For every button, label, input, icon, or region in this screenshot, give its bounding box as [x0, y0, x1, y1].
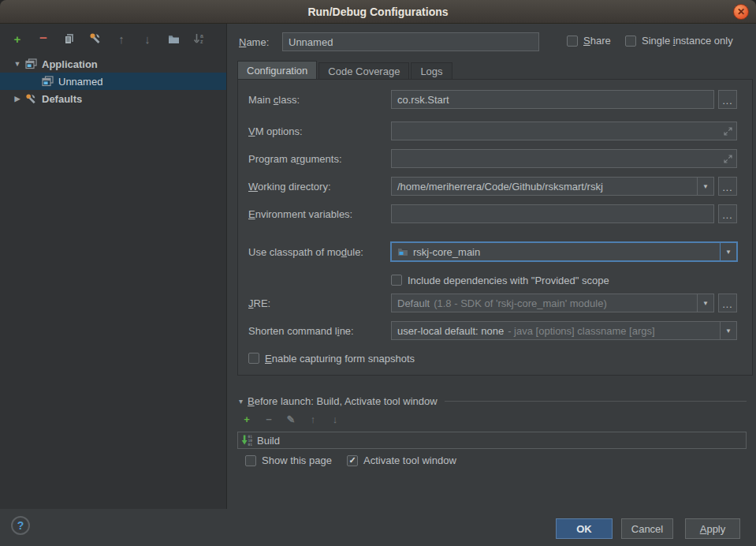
vm-options-label: VM options:	[248, 125, 391, 137]
tab-logs[interactable]: Logs	[411, 62, 452, 79]
activate-tool-window-checkbox-group[interactable]: ✓ Activate tool window	[347, 454, 456, 466]
collapse-section-icon[interactable]: ▾	[239, 397, 243, 406]
before-launch-task-build[interactable]: 011001 Build	[237, 432, 747, 449]
before-launch-title: Before launch: Build, Activate tool wind…	[248, 395, 438, 407]
copy-configuration-button[interactable]	[63, 32, 76, 45]
tree-item-defaults[interactable]: ▶ Defaults	[0, 90, 226, 107]
jre-label: JRE:	[248, 297, 391, 309]
jre-browse-button[interactable]: ...	[718, 294, 737, 312]
edit-task-button[interactable]: ✎	[285, 413, 296, 424]
cancel-label: Cancel	[631, 523, 663, 535]
jre-combo[interactable]: Default (1.8 - SDK of 'rskj-core_main' m…	[391, 294, 714, 312]
move-down-button[interactable]: ↓	[141, 32, 154, 45]
configurations-tree: ▼ Application Unnamed ▶ Defaults	[0, 55, 226, 107]
single-instance-checkbox-group[interactable]: Single instance only	[625, 35, 733, 47]
svg-text:a: a	[200, 33, 203, 39]
add-configuration-button[interactable]: +	[11, 32, 24, 45]
jre-dropdown-button[interactable]: ▼	[697, 294, 713, 312]
tree-expanded-icon[interactable]: ▼	[12, 60, 23, 68]
move-up-button[interactable]: ↑	[115, 32, 128, 45]
include-provided-checkbox[interactable]	[391, 275, 402, 286]
expand-field-button[interactable]	[724, 127, 732, 136]
add-task-button[interactable]: +	[241, 413, 252, 424]
shorten-command-line-combo[interactable]: user-local default: none - java [options…	[391, 321, 737, 340]
working-directory-browse-button[interactable]: ...	[718, 177, 737, 196]
capture-snapshots-checkbox[interactable]	[248, 353, 259, 364]
sidebar-toolbar: + − ↑ ↓ az	[0, 24, 226, 52]
configuration-tab-panel: Main class: co.rsk.Start ... VM options:…	[237, 79, 753, 376]
edit-defaults-button[interactable]	[89, 32, 102, 45]
before-launch-header: ▾ Before launch: Build, Activate tool wi…	[239, 395, 747, 407]
configuration-editor: Name: Share Single instance only Configu…	[233, 24, 756, 509]
cancel-button[interactable]: Cancel	[621, 518, 673, 539]
task-label: Build	[257, 435, 280, 447]
remove-task-button[interactable]: −	[263, 413, 274, 424]
vm-options-field[interactable]	[391, 122, 737, 140]
build-icon: 011001	[241, 434, 254, 447]
activate-tool-window-checkbox[interactable]: ✓	[347, 455, 358, 466]
move-task-up-button[interactable]: ↑	[307, 413, 318, 424]
use-classpath-dropdown-button[interactable]: ▼	[720, 243, 736, 260]
use-classpath-value: rskj-core_main	[413, 246, 480, 258]
program-arguments-field[interactable]	[391, 149, 737, 168]
jre-value-detail: (1.8 - SDK of 'rskj-core_main' module)	[434, 297, 607, 309]
shorten-command-line-label: Shorten command line:	[248, 325, 391, 337]
wrench-icon	[25, 93, 37, 105]
single-instance-label: Single instance only	[642, 35, 733, 47]
shorten-command-line-dropdown-button[interactable]: ▼	[720, 322, 736, 339]
working-directory-label: Working directory:	[248, 181, 391, 193]
environment-variables-field[interactable]	[391, 204, 714, 223]
single-instance-checkbox[interactable]	[625, 36, 636, 47]
main-class-field[interactable]: co.rsk.Start	[391, 90, 714, 109]
chevron-down-icon: ▼	[725, 249, 732, 256]
include-provided-checkbox-group[interactable]: Include dependencies with "Provided" sco…	[391, 275, 609, 286]
tree-item-unnamed[interactable]: Unnamed	[0, 73, 226, 90]
tree-item-application[interactable]: ▼ Application	[0, 55, 226, 73]
pencil-icon: ✎	[287, 413, 296, 425]
tab-label: Logs	[420, 65, 442, 77]
tab-configuration[interactable]: Configuration	[237, 61, 317, 79]
tab-code-coverage[interactable]: Code Coverage	[318, 62, 409, 79]
use-classpath-combo[interactable]: rskj-core_main ▼	[391, 242, 737, 261]
working-directory-combo[interactable]: /home/meriherrera/Code/Github/rsksmart/r…	[391, 177, 714, 196]
share-checkbox-group[interactable]: Share	[567, 35, 611, 47]
jre-value: Default	[392, 297, 430, 309]
help-button[interactable]: ?	[11, 516, 30, 535]
folder-icon	[168, 34, 180, 44]
expand-field-button[interactable]	[724, 155, 732, 163]
arrow-down-icon: ↓	[333, 413, 338, 425]
show-this-page-checkbox-group[interactable]: Show this page	[245, 454, 332, 466]
show-this-page-checkbox[interactable]	[245, 455, 256, 466]
dialog-body: + − ↑ ↓ az ▼ Application	[0, 24, 756, 546]
arrow-down-icon: ↓	[144, 32, 151, 46]
close-button[interactable]: ✕	[733, 4, 749, 20]
main-class-browse-button[interactable]: ...	[718, 90, 737, 109]
environment-variables-browse-button[interactable]: ...	[718, 204, 737, 223]
module-icon	[397, 247, 408, 256]
arrow-up-icon: ↑	[118, 32, 125, 46]
name-label: Name:	[239, 36, 269, 48]
move-task-down-button[interactable]: ↓	[330, 413, 341, 424]
plus-icon: +	[14, 32, 21, 46]
environment-variables-label: Environment variables:	[248, 208, 391, 220]
wrench-icon	[89, 32, 102, 45]
dialog-footer: ? OK Cancel Apply	[0, 509, 756, 546]
window-title: Run/Debug Configurations	[307, 6, 448, 18]
share-checkbox[interactable]	[567, 36, 578, 47]
capture-snapshots-checkbox-group[interactable]: Enable capturing form snapshots	[248, 353, 415, 365]
create-folder-button[interactable]	[167, 32, 180, 45]
apply-button[interactable]: Apply	[685, 518, 740, 539]
svg-text:z: z	[200, 39, 203, 44]
working-directory-dropdown-button[interactable]: ▼	[697, 178, 713, 195]
ok-button[interactable]: OK	[556, 518, 613, 539]
application-icon	[25, 58, 37, 69]
sort-az-icon: az	[193, 32, 206, 45]
tree-collapsed-icon[interactable]: ▶	[12, 95, 23, 103]
sort-configurations-button[interactable]: az	[193, 32, 206, 45]
name-input[interactable]	[282, 32, 539, 51]
expand-icon	[724, 155, 732, 163]
share-label: Share	[583, 35, 611, 47]
apply-label: Apply	[700, 523, 726, 535]
remove-configuration-button[interactable]: −	[37, 32, 50, 45]
shorten-command-line-detail: - java [options] classname [args]	[508, 325, 654, 337]
